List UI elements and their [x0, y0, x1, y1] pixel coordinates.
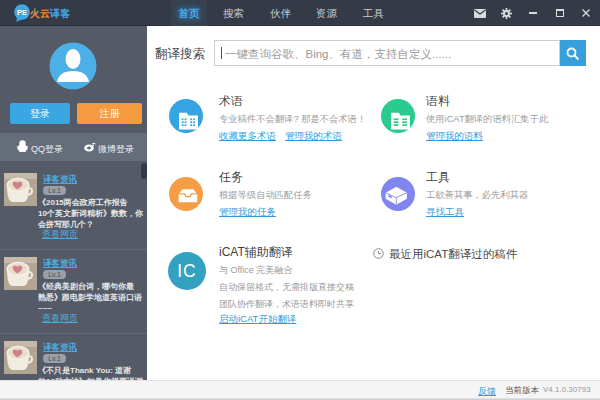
svg-text:PE: PE [17, 8, 27, 17]
